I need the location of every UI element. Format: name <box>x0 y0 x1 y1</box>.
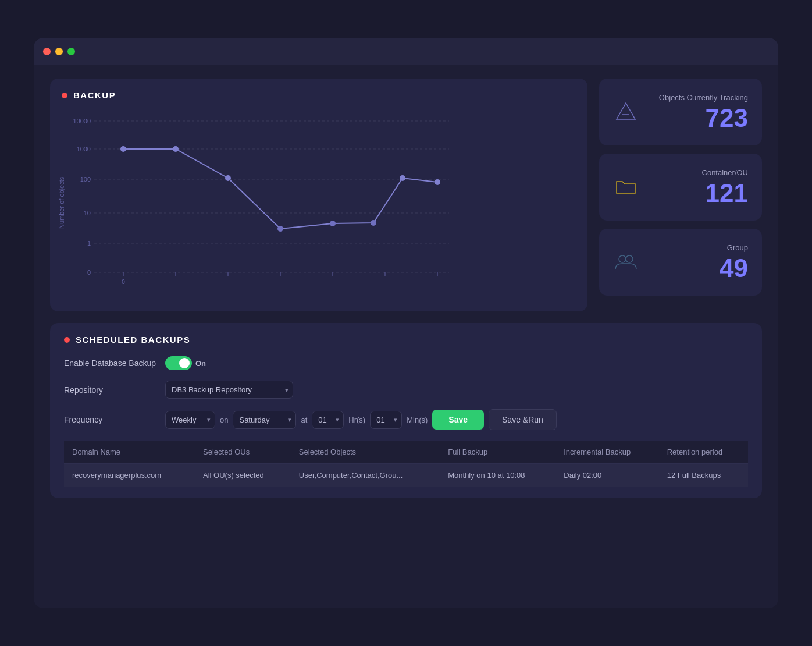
group-label: Group <box>727 243 748 252</box>
cell-selected-objects: User,Computer,Contact,Grou... <box>291 464 440 487</box>
svg-point-32 <box>626 255 633 262</box>
top-section: BACKUP Number of objects 10000 <box>50 79 762 311</box>
col-incremental-backup: Incremental Backup <box>555 441 658 464</box>
col-full-backup: Full Backup <box>440 441 555 464</box>
stat-card-container: Container/OU 121 <box>599 154 762 221</box>
cell-full-backup: Monthly on 10 at 10:08 <box>440 464 555 487</box>
repository-label: Repository <box>64 385 157 395</box>
min-label: Min(s) <box>407 416 428 424</box>
frequency-label: Frequency <box>64 415 157 424</box>
save-run-button[interactable]: Save &Run <box>489 409 557 430</box>
svg-point-27 <box>435 179 440 185</box>
col-domain-name: Domain Name <box>64 441 195 464</box>
repository-select-wrapper[interactable]: DB3 Backup Repository <box>165 381 293 399</box>
stat-card-group: Group 49 <box>599 229 762 296</box>
frequency-select-wrapper[interactable]: Weekly Daily Monthly <box>165 411 215 429</box>
triangle-icon <box>613 98 639 126</box>
cell-retention-period: 12 Full Backups <box>659 464 748 487</box>
backup-status-dot <box>62 93 67 98</box>
table-header-row: Domain Name Selected OUs Selected Object… <box>64 441 748 464</box>
maximize-button[interactable] <box>67 48 75 55</box>
frequency-row: Frequency Weekly Daily Monthly on Saturd… <box>64 409 748 430</box>
svg-text:10: 10 <box>84 210 91 216</box>
backup-table-section: Domain Name Selected OUs Selected Object… <box>64 441 748 487</box>
backup-chart: 10000 1000 100 10 1 0 0 <box>65 109 461 296</box>
col-selected-objects: Selected Objects <box>291 441 440 464</box>
on-label: on <box>220 416 228 424</box>
minimize-button[interactable] <box>55 48 63 55</box>
cell-incremental-backup: Daily 02:00 <box>555 464 658 487</box>
main-window: BACKUP Number of objects 10000 <box>34 38 778 608</box>
svg-point-26 <box>400 175 405 181</box>
col-selected-ous: Selected OUs <box>195 441 291 464</box>
svg-point-23 <box>277 226 283 232</box>
svg-point-22 <box>225 175 231 181</box>
cell-selected-ous: All OU(s) selected <box>195 464 291 487</box>
backup-title: BACKUP <box>73 90 116 100</box>
svg-text:0: 0 <box>87 269 91 276</box>
y-axis-label: Number of objects <box>56 109 65 296</box>
table-row: recoverymanagerplus.com All OU(s) select… <box>64 464 748 487</box>
enable-backup-row: Enable Database Backup On <box>64 356 748 370</box>
scheduled-header: SCHEDULED BACKUPS <box>64 335 748 345</box>
svg-text:0: 0 <box>122 279 125 285</box>
svg-point-25 <box>371 220 376 226</box>
group-icon <box>613 249 639 276</box>
svg-point-31 <box>619 255 626 262</box>
hour-select[interactable]: 01 02 03 <box>312 411 344 429</box>
frequency-select[interactable]: Weekly Daily Monthly <box>165 411 215 429</box>
objects-tracking-value: 723 <box>706 105 748 131</box>
day-select-wrapper[interactable]: Saturday Sunday Monday Tuesday Wednesday… <box>233 411 296 429</box>
folder-icon <box>613 173 639 201</box>
svg-text:100: 100 <box>80 176 91 183</box>
svg-text:1: 1 <box>87 240 91 247</box>
svg-point-21 <box>173 146 179 152</box>
container-ou-value: 121 <box>706 180 748 206</box>
toggle-on-label: On <box>195 359 206 368</box>
cell-domain-name: recoverymanagerplus.com <box>64 464 195 487</box>
objects-tracking-label: Objects Currently Tracking <box>659 93 748 102</box>
backup-table: Domain Name Selected OUs Selected Object… <box>64 441 748 487</box>
svg-marker-28 <box>617 103 635 119</box>
hour-select-wrapper[interactable]: 01 02 03 <box>312 411 344 429</box>
enable-backup-label: Enable Database Backup <box>64 359 157 368</box>
repository-row: Repository DB3 Backup Repository <box>64 381 748 399</box>
scheduled-title: SCHEDULED BACKUPS <box>76 335 190 345</box>
backup-chart-card: BACKUP Number of objects 10000 <box>50 79 587 311</box>
scheduled-backups-card: SCHEDULED BACKUPS Enable Database Backup… <box>50 323 762 498</box>
svg-point-24 <box>330 221 336 226</box>
day-select[interactable]: Saturday Sunday Monday Tuesday Wednesday… <box>233 411 296 429</box>
group-value: 49 <box>720 255 748 281</box>
frequency-controls: Weekly Daily Monthly on Saturday Sunday … <box>165 409 557 430</box>
titlebar <box>34 38 778 65</box>
repository-select[interactable]: DB3 Backup Repository <box>165 381 293 399</box>
svg-point-20 <box>120 146 126 152</box>
svg-text:10000: 10000 <box>73 118 91 125</box>
container-ou-label: Container/OU <box>702 168 748 177</box>
col-retention-period: Retention period <box>659 441 748 464</box>
svg-text:1000: 1000 <box>77 145 91 152</box>
chart-area: Number of objects 10000 1000 100 10 <box>56 109 576 296</box>
stat-card-objects: Objects Currently Tracking 723 <box>599 79 762 145</box>
toggle-wrapper[interactable]: On <box>165 356 206 370</box>
min-select[interactable]: 01 15 30 45 <box>370 411 402 429</box>
close-button[interactable] <box>43 48 51 55</box>
save-button[interactable]: Save <box>432 410 484 430</box>
at-label: at <box>301 416 307 424</box>
min-select-wrapper[interactable]: 01 15 30 45 <box>370 411 402 429</box>
hr-label: Hr(s) <box>348 416 365 424</box>
backup-header: BACKUP <box>56 90 576 100</box>
page-content: BACKUP Number of objects 10000 <box>34 65 778 512</box>
stat-cards: Objects Currently Tracking 723 Container… <box>599 79 762 296</box>
scheduled-status-dot <box>64 337 70 343</box>
enable-backup-toggle[interactable] <box>165 356 192 370</box>
